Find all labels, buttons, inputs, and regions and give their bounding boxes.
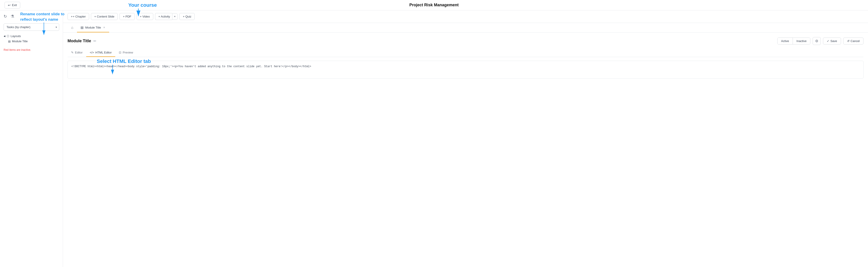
add-quiz-button[interactable]: + Quiz — [179, 13, 195, 20]
preview-tab-icon: ⊡ — [119, 51, 121, 54]
tree-folder-layouts[interactable]: ◀ ☐ Layouts — [4, 33, 59, 39]
tree-folder-arrow: ◀ — [4, 35, 5, 37]
tree-item-label: Module Title — [12, 39, 28, 43]
tab-editor[interactable]: ✎ Editor — [67, 48, 86, 57]
html-tab-label: HTML Editor — [95, 51, 112, 54]
active-status-button[interactable]: Active — [778, 38, 793, 44]
tab-home[interactable]: ⌂ — [67, 23, 77, 32]
gear-icon: ⚙ — [815, 39, 818, 43]
undo-icon: ↺ — [847, 39, 849, 43]
sidebar: ↻ ⚗ Tasks (by chapter) ◀ ☐ Layouts ▤ — [0, 10, 63, 267]
status-toggle: Active Inactive — [777, 37, 810, 44]
sidebar-toolbar: ↻ ⚗ — [4, 14, 59, 21]
add-chapter-button[interactable]: + + Chapter — [67, 13, 89, 20]
add-video-button[interactable]: + Video — [136, 13, 153, 20]
pdf-label: + PDF — [123, 15, 131, 18]
tabs-bar: ⌂ ▤ Module Title × — [63, 23, 868, 33]
tree-item-icon: ▤ — [8, 40, 10, 43]
content-title-row: Module Title ✏ Active Inactive — [67, 37, 864, 45]
save-label: Save — [830, 39, 837, 43]
filter-button[interactable]: ⚗ — [10, 14, 14, 19]
exit-icon: ↩ — [8, 3, 10, 7]
code-content: <!DOCTYPE html><html><head></head><body … — [71, 65, 860, 69]
course-title: Project Risk Management — [409, 3, 459, 7]
video-label: + Video — [140, 15, 150, 18]
tab-label: Module Title — [85, 26, 101, 29]
tab-preview[interactable]: ⊡ Preview — [115, 48, 136, 57]
exit-button[interactable]: ↩ Exit — [4, 2, 20, 8]
inactive-label: Inactive — [797, 39, 807, 43]
content-title-left: Module Title ✏ — [67, 39, 96, 43]
edit-title-button[interactable]: ✏ — [93, 39, 96, 43]
content-title-right: Active Inactive ⚙ ✓ Save — [777, 37, 864, 45]
toolbar: + + Chapter + Content Slide + PDF + Vide… — [63, 10, 868, 23]
editor-tabs: ✎ Editor </> HTML Editor ⊡ Preview — [67, 48, 864, 57]
editor-area: Module Title ✏ Active Inactive — [63, 33, 868, 267]
main-area: ↻ ⚗ Tasks (by chapter) ◀ ☐ Layouts ▤ — [0, 10, 868, 267]
quiz-label: + Quiz — [183, 15, 191, 18]
save-button[interactable]: ✓ Save — [823, 37, 841, 44]
exit-label: Exit — [12, 3, 17, 7]
content-area: + + Chapter + Content Slide + PDF + Vide… — [63, 10, 868, 267]
header: ↩ Exit Project Risk Management — [0, 0, 868, 10]
settings-button[interactable]: ⚙ — [813, 37, 821, 45]
chapter-select[interactable]: Tasks (by chapter) — [4, 23, 59, 31]
pencil-icon: ✏ — [93, 39, 96, 43]
refresh-icon: ↻ — [4, 14, 7, 19]
checkmark-icon: ✓ — [827, 39, 829, 43]
tab-html-editor[interactable]: </> HTML Editor — [86, 48, 115, 57]
preview-tab-label: Preview — [123, 51, 133, 54]
sidebar-tree: ◀ ☐ Layouts ▤ Module Title — [4, 33, 59, 44]
file-icon: ▤ — [81, 26, 84, 29]
tree-folder-label: Layouts — [10, 34, 21, 38]
tab-close-button[interactable]: × — [103, 26, 105, 29]
activity-label: + Activity — [158, 15, 170, 18]
add-content-slide-button[interactable]: + Content Slide — [91, 13, 118, 20]
add-activity-group: + Activity ▾ — [155, 13, 178, 20]
sidebar-hint: Red items are inactive. — [4, 48, 59, 52]
home-icon: ⌂ — [71, 26, 73, 30]
cancel-label: Cancel — [851, 39, 860, 43]
code-editor[interactable]: <!DOCTYPE html><html><head></head><body … — [67, 61, 864, 79]
folder-icon: ☐ — [7, 35, 9, 38]
editor-tab-icon: ✎ — [71, 51, 73, 54]
editor-tab-label: Editor — [75, 51, 83, 54]
refresh-button[interactable]: ↻ — [4, 14, 7, 19]
inactive-status-button[interactable]: Inactive — [793, 38, 810, 44]
html-tab-icon: </> — [90, 51, 94, 54]
content-slide-label: + Content Slide — [94, 15, 114, 18]
chevron-down-icon: ▾ — [174, 15, 176, 18]
add-activity-button[interactable]: + Activity — [155, 13, 173, 20]
add-pdf-button[interactable]: + PDF — [120, 13, 134, 20]
plus-icon: + — [71, 15, 73, 18]
chapter-select-wrapper: Tasks (by chapter) — [4, 23, 59, 31]
cancel-button[interactable]: ↺ Cancel — [843, 37, 864, 44]
close-icon: × — [103, 26, 105, 29]
filter-icon: ⚗ — [10, 14, 14, 19]
chapter-label: + Chapter — [73, 15, 86, 18]
content-title: Module Title — [67, 39, 91, 43]
active-label: Active — [781, 39, 789, 43]
tree-item-module-title[interactable]: ▤ Module Title — [4, 39, 59, 44]
tab-module-title[interactable]: ▤ Module Title × — [77, 23, 109, 32]
activity-dropdown-button[interactable]: ▾ — [172, 13, 178, 20]
